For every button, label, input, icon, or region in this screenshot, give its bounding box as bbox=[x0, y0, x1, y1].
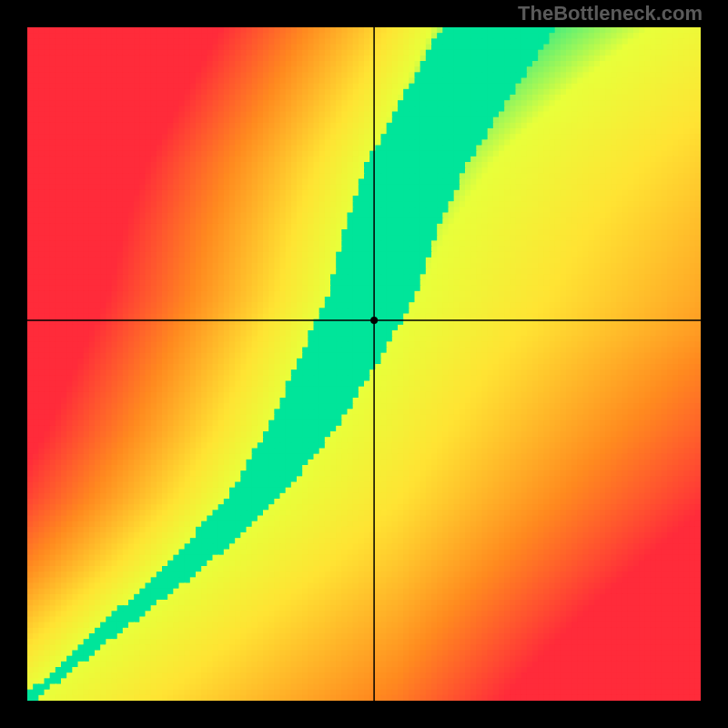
watermark-text: TheBottleneck.com bbox=[518, 2, 703, 25]
bottleneck-heatmap bbox=[27, 27, 701, 701]
chart-frame: TheBottleneck.com bbox=[0, 0, 728, 728]
